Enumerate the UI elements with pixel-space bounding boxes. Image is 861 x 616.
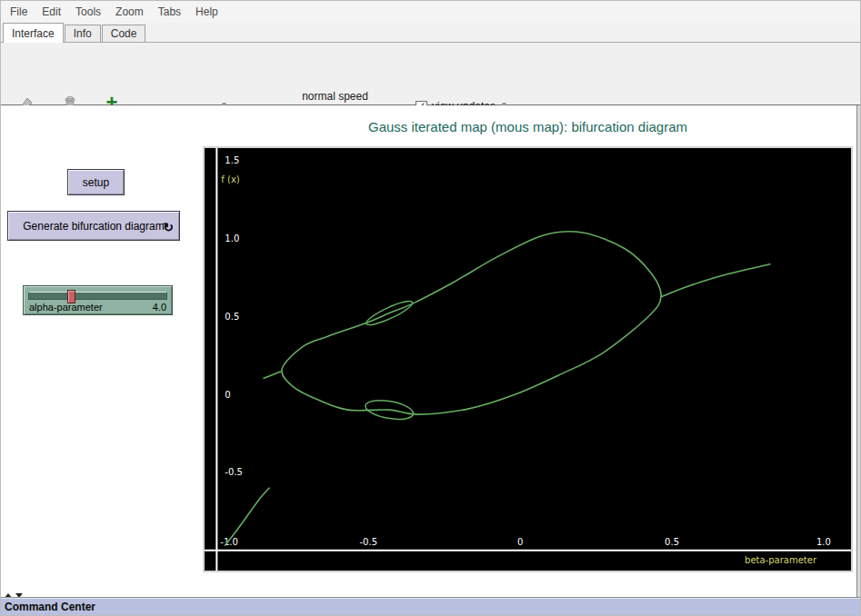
svg-text:0.5: 0.5 [665,537,679,547]
command-center-header[interactable]: Command Center [1,597,861,616]
svg-text:-1.0: -1.0 [220,537,238,547]
plot-title-note: Gauss iterated map (mous map): bifurcati… [203,119,853,134]
fixed-point-loop [282,232,661,414]
tab-code[interactable]: Code [102,25,146,42]
lower-left-branch [225,488,269,545]
forever-icon: ↻ [163,221,174,233]
svg-text:0: 0 [225,390,230,400]
command-center-title: Command Center [1,598,861,616]
tab-interface[interactable]: Interface [3,23,64,43]
tab-info[interactable]: Info [65,25,101,42]
menu-bar: File Edit Tools Zoom Tabs Help [1,1,861,23]
netlogo-window: File Edit Tools Zoom Tabs Help Interface… [0,0,861,616]
menu-tools[interactable]: Tools [68,1,108,23]
generate-button-label: Generate bifurcation diagram [23,220,164,233]
menu-tabs[interactable]: Tabs [151,1,188,23]
svg-text:f (x): f (x) [221,174,240,184]
setup-button-label: setup [83,176,109,189]
generate-bifurcation-button[interactable]: Generate bifurcation diagram ↻ [7,211,180,241]
tab-bar: Interface Info Code [1,23,861,43]
alpha-slider-value: 4.0 [153,302,166,313]
nose-stub [264,372,280,378]
alpha-slider-groove[interactable] [28,292,167,300]
setup-button[interactable]: setup [67,169,125,195]
svg-text:1.0: 1.0 [225,233,239,243]
svg-text:beta-parameter: beta-parameter [745,555,817,565]
bifurcation-plot: 1.51.00.50-0.5-1.0-0.500.51.0f (x)beta-p… [203,146,853,572]
plot-svg: 1.51.00.50-0.5-1.0-0.500.51.0f (x)beta-p… [205,148,851,571]
alpha-slider-label: alpha-parameter [29,302,103,313]
tail-branch [661,264,770,297]
svg-text:-0.5: -0.5 [359,537,377,547]
menu-help[interactable]: Help [188,1,225,23]
window-right-border [856,105,861,597]
interface-canvas: Gauss iterated map (mous map): bifurcati… [1,105,856,597]
svg-text:-0.5: -0.5 [225,467,243,477]
menu-edit[interactable]: Edit [35,1,68,23]
toolbar: Edit Delete + Add abc Button ▼ normal sp… [1,43,861,105]
speed-slider-label: normal speed [246,90,424,103]
svg-text:0.5: 0.5 [225,312,239,322]
svg-text:1.0: 1.0 [816,537,831,547]
alpha-parameter-slider[interactable]: alpha-parameter 4.0 [23,285,173,315]
svg-text:0: 0 [517,537,523,547]
menu-zoom[interactable]: Zoom [108,1,151,23]
svg-text:1.5: 1.5 [225,155,239,165]
menu-file[interactable]: File [3,1,35,23]
